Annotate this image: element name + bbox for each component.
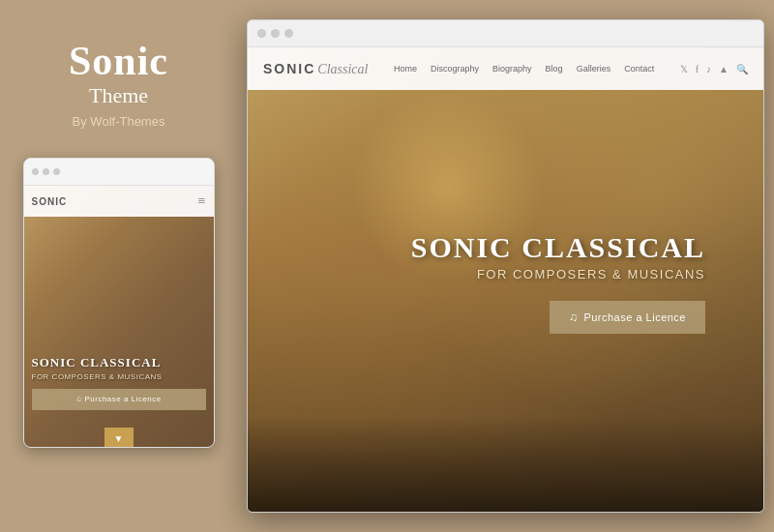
logo-sonic: SONIC bbox=[263, 61, 315, 76]
right-panel: SONIC Classical Home Discography Biograp… bbox=[237, 0, 774, 532]
mobile-content: SONIC ≡ SONIC CLASSICAL FOR COMPOSERS & … bbox=[24, 186, 214, 448]
desktop-social-icons: 𝕏 f ♪ ▲ 🔍 bbox=[680, 64, 748, 74]
mobile-cta-button[interactable]: ♫ Purchase a Licence bbox=[32, 389, 206, 410]
desktop-logo: SONIC Classical bbox=[263, 61, 368, 77]
facebook-icon[interactable]: f bbox=[696, 64, 699, 74]
logo-classical: Classical bbox=[317, 62, 368, 77]
hero-title-line1: SONIC CLASSICAL bbox=[411, 231, 705, 263]
nav-link-galleries[interactable]: Galleries bbox=[577, 64, 611, 74]
desktop-cta-button[interactable]: ♫ Purchase a Licence bbox=[550, 301, 705, 334]
desktop-navbar: SONIC Classical Home Discography Biograp… bbox=[248, 47, 763, 90]
mobile-hero-text: SONIC CLASSICAL FOR COMPOSERS & MUSICANS bbox=[32, 355, 206, 382]
mobile-header: SONIC ≡ bbox=[24, 186, 214, 217]
desktop-dot-3 bbox=[284, 29, 293, 38]
desktop-nav-links: Home Discography Biography Blog Gallerie… bbox=[394, 64, 654, 74]
left-panel: Sonic Theme By Wolf-Themes SONIC ≡ SONIC… bbox=[0, 0, 237, 532]
up-arrow-icon[interactable]: ▲ bbox=[719, 64, 729, 74]
desktop-content: SONIC Classical Home Discography Biograp… bbox=[248, 47, 763, 513]
mobile-traffic-lights bbox=[32, 168, 60, 175]
mobile-titlebar bbox=[24, 159, 214, 186]
twitter-icon[interactable]: 𝕏 bbox=[680, 64, 688, 74]
theme-author: By Wolf-Themes bbox=[73, 114, 165, 129]
nav-link-discography[interactable]: Discography bbox=[431, 64, 479, 74]
nav-link-home[interactable]: Home bbox=[394, 64, 417, 74]
mobile-mockup: SONIC ≡ SONIC CLASSICAL FOR COMPOSERS & … bbox=[23, 158, 215, 448]
desktop-hero-title: SONIC CLASSICAL bbox=[411, 231, 705, 263]
desktop-titlebar bbox=[248, 20, 763, 47]
theme-subtitle: Theme bbox=[89, 83, 148, 108]
mobile-nav-arrow[interactable] bbox=[104, 428, 134, 448]
desktop-mockup: SONIC Classical Home Discography Biograp… bbox=[247, 19, 764, 513]
mobile-dot-3 bbox=[53, 168, 60, 175]
music-social-icon[interactable]: ♪ bbox=[706, 64, 711, 74]
mobile-menu-icon[interactable]: ≡ bbox=[198, 193, 206, 209]
desktop-dot-2 bbox=[271, 29, 280, 38]
desktop-traffic-lights bbox=[257, 29, 293, 38]
desktop-dot-1 bbox=[257, 29, 266, 38]
desktop-hero-subtitle: FOR COMPOSERS & MUSICANS bbox=[477, 267, 705, 281]
theme-name: Sonic bbox=[69, 39, 168, 83]
theme-title-main: Sonic bbox=[69, 39, 168, 83]
desktop-hero: SONIC CLASSICAL FOR COMPOSERS & MUSICANS… bbox=[248, 90, 763, 513]
search-icon[interactable]: 🔍 bbox=[736, 64, 748, 74]
nav-link-biography[interactable]: Biography bbox=[492, 64, 532, 74]
nav-link-blog[interactable]: Blog bbox=[546, 64, 563, 74]
desktop-cta-label: Purchase a Licence bbox=[583, 311, 686, 323]
mobile-hero-title: SONIC CLASSICAL bbox=[32, 355, 206, 370]
mobile-logo: SONIC bbox=[32, 196, 68, 207]
music-note-icon: ♫ bbox=[569, 310, 579, 324]
mobile-dot-1 bbox=[32, 168, 39, 175]
mobile-hero-subtitle: FOR COMPOSERS & MUSICANS bbox=[32, 372, 206, 381]
mobile-dot-2 bbox=[43, 168, 49, 175]
nav-link-contact[interactable]: Contact bbox=[624, 64, 654, 74]
